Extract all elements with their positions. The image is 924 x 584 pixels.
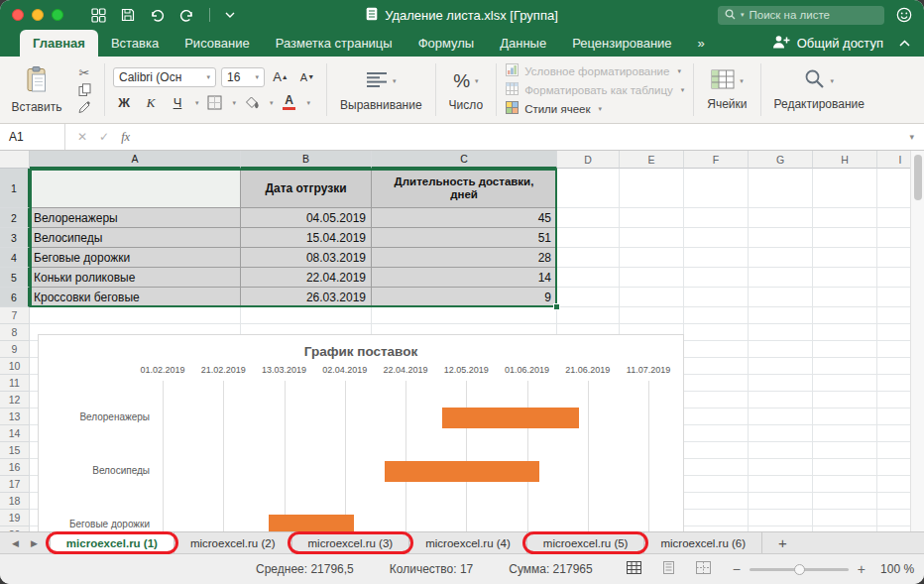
chart-bar-Беговые дорожки[interactable]	[269, 515, 354, 531]
cell-D4[interactable]	[557, 248, 620, 268]
cell-G3[interactable]	[749, 228, 813, 248]
selection-fill-handle[interactable]	[553, 303, 560, 310]
row-header-5[interactable]: 5	[0, 268, 30, 288]
feedback-smiley-icon[interactable]	[896, 7, 912, 23]
cell-F20[interactable]	[684, 526, 749, 531]
sheet-tab-microexcel.ru (6)[interactable]: microexcel.ru (6)	[644, 532, 762, 553]
formula-input[interactable]	[142, 124, 899, 150]
row-header-12[interactable]: 12	[0, 392, 30, 409]
cell-H15[interactable]	[813, 442, 877, 459]
row-header-16[interactable]: 16	[0, 459, 30, 476]
cell-C2[interactable]: 45	[372, 208, 557, 228]
fill-color-button[interactable]	[241, 93, 263, 113]
cell-H1[interactable]	[813, 169, 877, 208]
sheet-tab-microexcel.ru (3)[interactable]: microexcel.ru (3)	[292, 532, 410, 553]
cell-G17[interactable]	[749, 476, 813, 493]
cell-D6[interactable]	[557, 288, 620, 307]
share-button[interactable]: Общий доступ	[772, 30, 889, 57]
cell-H3[interactable]	[813, 228, 877, 248]
collapse-ribbon-chevron-icon[interactable]	[889, 30, 924, 57]
fullscreen-button[interactable]	[52, 9, 63, 21]
cell-H19[interactable]	[813, 510, 877, 526]
sheet-tab-microexcel.ru (5)[interactable]: microexcel.ru (5)	[527, 532, 645, 553]
cell-F18[interactable]	[684, 493, 749, 510]
cell-G9[interactable]	[749, 341, 813, 358]
cell-B6[interactable]: 26.03.2019	[241, 288, 372, 307]
toolbar-more-chevron-icon[interactable]	[225, 12, 235, 18]
cell-F8[interactable]	[684, 324, 749, 341]
cell-H4[interactable]	[813, 248, 877, 268]
cell-H2[interactable]	[813, 208, 877, 228]
ribbon-tab-Данные[interactable]: Данные	[487, 30, 559, 57]
cell-C7[interactable]	[372, 307, 557, 324]
row-header-10[interactable]: 10	[0, 358, 30, 375]
cell-G2[interactable]	[749, 208, 813, 228]
row-header-13[interactable]: 13	[0, 409, 30, 425]
zoom-in-icon[interactable]: +	[858, 561, 866, 577]
cell-H5[interactable]	[813, 268, 877, 288]
cell-B1[interactable]: Дата отгрузки	[241, 169, 372, 208]
row-header-19[interactable]: 19	[0, 510, 30, 526]
cell-G7[interactable]	[749, 307, 813, 324]
column-header-G[interactable]: G	[749, 151, 813, 169]
cell-G5[interactable]	[749, 268, 813, 288]
chart-bar-Велоренажеры[interactable]	[442, 408, 579, 428]
cell-A5[interactable]: Коньки роликовые	[30, 268, 241, 288]
row-header-15[interactable]: 15	[0, 442, 30, 459]
cell-F9[interactable]	[684, 341, 749, 358]
row-header-4[interactable]: 4	[0, 248, 30, 268]
cell-G15[interactable]	[749, 442, 813, 459]
cell-H16[interactable]	[813, 459, 877, 476]
column-header-B[interactable]: B	[241, 151, 372, 169]
cell-F7[interactable]	[684, 307, 749, 324]
cells-group[interactable]: ▾ Ячейки	[699, 60, 754, 119]
cell-E1[interactable]	[620, 169, 684, 208]
row-header-7[interactable]: 7	[0, 307, 30, 324]
cell-C4[interactable]: 28	[372, 248, 557, 268]
chart[interactable]: График поставок 01.02.201921.02.201913.0…	[38, 334, 684, 531]
zoom-slider-knob[interactable]	[794, 564, 805, 575]
cell-A7[interactable]	[30, 307, 241, 324]
ribbon-tab-Главная[interactable]: Главная	[20, 30, 98, 57]
cell-F11[interactable]	[684, 375, 749, 392]
cell-H12[interactable]	[813, 392, 877, 409]
font-name-select[interactable]: Calibri (Осн▾	[113, 67, 216, 87]
bold-button[interactable]: Ж	[113, 93, 135, 113]
zoom-out-icon[interactable]: −	[733, 561, 741, 577]
sheet-tab-microexcel.ru (4)[interactable]: microexcel.ru (4)	[409, 532, 527, 553]
cell-H17[interactable]	[813, 476, 877, 493]
ribbon-tab-Формулы[interactable]: Формулы	[405, 30, 488, 57]
cell-F15[interactable]	[684, 442, 749, 459]
column-header-E[interactable]: E	[620, 151, 684, 169]
cell-G18[interactable]	[749, 493, 813, 510]
cell-E5[interactable]	[620, 268, 684, 288]
cell-H11[interactable]	[813, 375, 877, 392]
sheet-tab-microexcel.ru (1)[interactable]: microexcel.ru (1)	[50, 532, 174, 553]
close-button[interactable]	[12, 9, 24, 21]
search-input[interactable]: ▾ Поиск на листе	[718, 6, 884, 25]
paste-button[interactable]: Вставить	[8, 65, 65, 114]
cell-A6[interactable]: Кроссовки беговые	[30, 288, 241, 307]
view-switcher-icon[interactable]	[91, 8, 106, 23]
cell-H10[interactable]	[813, 358, 877, 375]
fill-caret-icon[interactable]: ▾	[270, 99, 274, 107]
cell-C6[interactable]: 9	[372, 288, 557, 307]
cell-E7[interactable]	[620, 307, 684, 324]
cell-G6[interactable]	[749, 288, 813, 307]
cell-G12[interactable]	[749, 392, 813, 409]
next-sheet-icon[interactable]: ▶	[31, 538, 38, 548]
cell-C1[interactable]: Длительность доставки, дней	[372, 169, 557, 208]
row-header-18[interactable]: 18	[0, 493, 30, 510]
column-header-C[interactable]: C	[372, 151, 557, 169]
cell-B3[interactable]: 15.04.2019	[241, 228, 372, 248]
cell-F19[interactable]	[684, 510, 749, 526]
formula-bar-expand-icon[interactable]: ▾	[899, 132, 924, 142]
row-header-14[interactable]: 14	[0, 425, 30, 442]
italic-button[interactable]: К	[140, 93, 162, 113]
cell-E3[interactable]	[620, 228, 684, 248]
cell-G13[interactable]	[749, 409, 813, 425]
scrollbar-thumb[interactable]	[914, 155, 922, 200]
row-header-9[interactable]: 9	[0, 341, 30, 358]
row-header-17[interactable]: 17	[0, 476, 30, 493]
cell-D5[interactable]	[557, 268, 620, 288]
